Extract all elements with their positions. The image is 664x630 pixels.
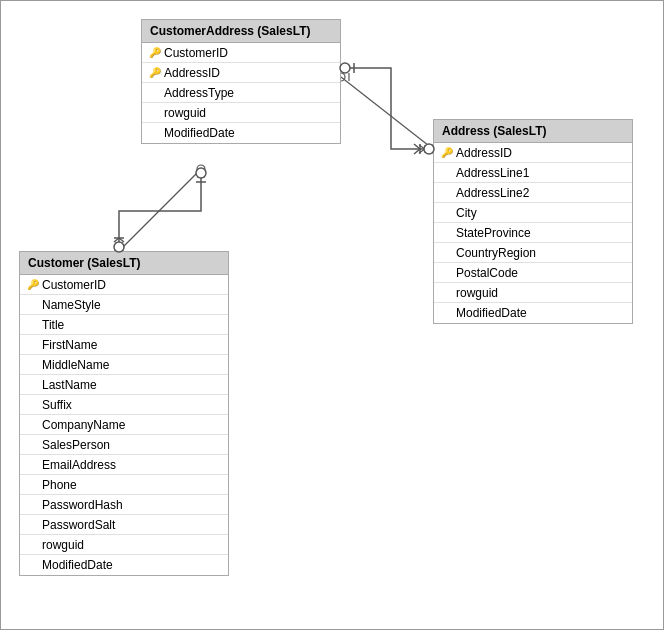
row-label: rowguid [42, 538, 84, 552]
table-row: 🔑 AddressID [434, 143, 632, 163]
row-label: rowguid [456, 286, 498, 300]
svg-line-25 [119, 238, 124, 242]
row-label: AddressID [456, 146, 512, 160]
svg-line-12 [115, 243, 119, 247]
svg-point-8 [197, 165, 205, 173]
table-customer-address-header: CustomerAddress (SalesLT) [142, 20, 340, 43]
row-label: ModifiedDate [42, 558, 113, 572]
row-label: Suffix [42, 398, 72, 412]
row-label: PasswordHash [42, 498, 123, 512]
row-label: ModifiedDate [164, 126, 235, 140]
table-row: EmailAddress [20, 455, 228, 475]
table-row: AddressLine2 [434, 183, 632, 203]
table-row: AddressType [142, 83, 340, 103]
svg-line-7 [119, 169, 201, 251]
row-label: NameStyle [42, 298, 101, 312]
table-row: 🔑 AddressID [142, 63, 340, 83]
table-row: AddressLine1 [434, 163, 632, 183]
row-label: StateProvince [456, 226, 531, 240]
table-row: NameStyle [20, 295, 228, 315]
table-address-header: Address (SalesLT) [434, 120, 632, 143]
table-row: CompanyName [20, 415, 228, 435]
row-label: Phone [42, 478, 77, 492]
table-customer-address: CustomerAddress (SalesLT) 🔑 CustomerID 🔑… [141, 19, 341, 144]
row-label: AddressType [164, 86, 234, 100]
table-row: City [434, 203, 632, 223]
table-row: SalesPerson [20, 435, 228, 455]
row-label: AddressID [164, 66, 220, 80]
svg-line-0 [341, 77, 433, 149]
table-row: PasswordHash [20, 495, 228, 515]
row-label: CountryRegion [456, 246, 536, 260]
key-icon: 🔑 [440, 147, 454, 158]
table-row: rowguid [434, 283, 632, 303]
row-label: AddressLine1 [456, 166, 529, 180]
row-label: PasswordSalt [42, 518, 115, 532]
row-label: SalesPerson [42, 438, 110, 452]
svg-line-18 [414, 144, 420, 149]
row-label: MiddleName [42, 358, 109, 372]
svg-point-14 [340, 63, 350, 73]
table-row: Phone [20, 475, 228, 495]
table-customer: Customer (SalesLT) 🔑 CustomerID NameStyl… [19, 251, 229, 576]
table-row: ModifiedDate [434, 303, 632, 323]
table-row: LastName [20, 375, 228, 395]
table-row: ModifiedDate [20, 555, 228, 575]
table-row: 🔑 CustomerID [142, 43, 340, 63]
table-row: Suffix [20, 395, 228, 415]
table-row: ModifiedDate [142, 123, 340, 143]
table-row: FirstName [20, 335, 228, 355]
svg-point-20 [196, 168, 206, 178]
row-label: EmailAddress [42, 458, 116, 472]
key-icon: 🔑 [26, 279, 40, 290]
diagram-canvas: CustomerAddress (SalesLT) 🔑 CustomerID 🔑… [0, 0, 664, 630]
row-label: CustomerID [42, 278, 106, 292]
svg-line-24 [114, 238, 119, 242]
row-label: AddressLine2 [456, 186, 529, 200]
key-icon: 🔑 [148, 47, 162, 58]
row-label: CustomerID [164, 46, 228, 60]
table-customer-header: Customer (SalesLT) [20, 252, 228, 275]
svg-line-5 [419, 145, 425, 149]
table-row: rowguid [142, 103, 340, 123]
table-row: Title [20, 315, 228, 335]
row-label: LastName [42, 378, 97, 392]
table-row: rowguid [20, 535, 228, 555]
svg-line-6 [419, 149, 425, 153]
table-address: Address (SalesLT) 🔑 AddressID AddressLin… [433, 119, 633, 324]
row-label: PostalCode [456, 266, 518, 280]
table-row: StateProvince [434, 223, 632, 243]
table-row: PostalCode [434, 263, 632, 283]
table-row: CountryRegion [434, 243, 632, 263]
key-icon: 🔑 [148, 67, 162, 78]
row-label: rowguid [164, 106, 206, 120]
row-label: CompanyName [42, 418, 125, 432]
row-label: City [456, 206, 477, 220]
svg-line-13 [119, 243, 123, 247]
table-row: 🔑 CustomerID [20, 275, 228, 295]
table-row: MiddleName [20, 355, 228, 375]
svg-line-19 [414, 149, 420, 154]
table-row: PasswordSalt [20, 515, 228, 535]
row-label: Title [42, 318, 64, 332]
row-label: ModifiedDate [456, 306, 527, 320]
row-label: FirstName [42, 338, 97, 352]
